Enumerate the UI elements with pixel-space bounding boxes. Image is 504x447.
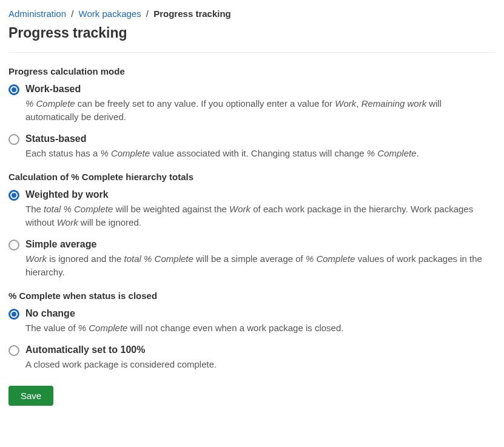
option-weighted: Weighted by work The total % Complete wi… xyxy=(8,189,496,229)
breadcrumb-current: Progress tracking xyxy=(153,8,231,19)
radio-work-based[interactable] xyxy=(8,84,19,95)
option-description-auto-100: A closed work package is considered comp… xyxy=(25,358,496,371)
radio-weighted[interactable] xyxy=(8,190,19,201)
section-heading-closed: % Complete when status is closed xyxy=(8,291,496,301)
option-auto-100: Automatically set to 100% A closed work … xyxy=(8,344,496,371)
option-label-simple[interactable]: Simple average xyxy=(25,239,496,250)
breadcrumb-separator: / xyxy=(146,8,149,19)
radio-status-based[interactable] xyxy=(8,134,19,145)
option-description-no-change: The value of % Complete will not change … xyxy=(25,321,496,335)
section-hierarchy: Weighted by work The total % Complete wi… xyxy=(8,189,496,278)
option-description-work-based: % Complete can be freely set to any valu… xyxy=(25,97,496,124)
section-mode: Work-based % Complete can be freely set … xyxy=(8,84,496,160)
breadcrumb-separator: / xyxy=(71,8,73,19)
option-label-work-based[interactable]: Work-based xyxy=(25,84,496,95)
option-label-auto-100[interactable]: Automatically set to 100% xyxy=(25,344,496,355)
option-description-status-based: Each status has a % Complete value assoc… xyxy=(25,147,496,160)
option-work-based: Work-based % Complete can be freely set … xyxy=(8,84,496,124)
option-label-no-change[interactable]: No change xyxy=(25,308,496,319)
breadcrumb-link-administration[interactable]: Administration xyxy=(8,8,66,19)
option-no-change: No change The value of % Complete will n… xyxy=(8,308,496,335)
option-description-simple: Work is ignored and the total % Complete… xyxy=(25,252,496,279)
breadcrumb: Administration / Work packages / Progres… xyxy=(8,8,496,19)
radio-simple[interactable] xyxy=(8,240,19,250)
option-simple: Simple average Work is ignored and the t… xyxy=(8,239,496,279)
section-closed: No change The value of % Complete will n… xyxy=(8,308,496,371)
section-heading-hierarchy: Calculation of % Complete hierarchy tota… xyxy=(8,172,496,182)
radio-auto-100[interactable] xyxy=(8,345,19,356)
option-label-status-based[interactable]: Status-based xyxy=(25,133,496,144)
save-button[interactable]: Save xyxy=(8,386,53,406)
radio-no-change[interactable] xyxy=(8,309,19,320)
option-description-weighted: The total % Complete will be weighted ag… xyxy=(25,203,496,229)
page-title: Progress tracking xyxy=(8,25,496,53)
option-label-weighted[interactable]: Weighted by work xyxy=(25,189,496,200)
section-heading-mode: Progress calculation mode xyxy=(8,66,496,76)
breadcrumb-link-work-packages[interactable]: Work packages xyxy=(79,8,141,19)
option-status-based: Status-based Each status has a % Complet… xyxy=(8,133,496,160)
